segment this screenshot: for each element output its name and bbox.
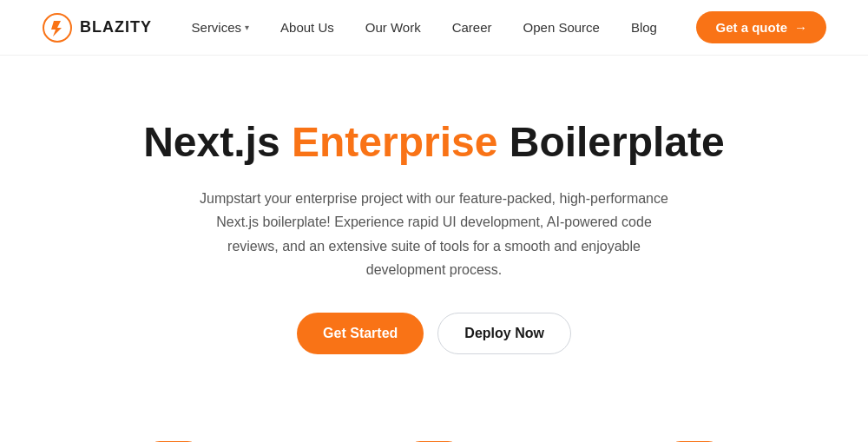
hero-title: Next.js Enterprise Boilerplate [122, 118, 746, 166]
features-section: N Next.js Fast by default, with config o… [0, 406, 868, 442]
hero-section: Next.js Enterprise Boilerplate Jumpstart… [104, 56, 764, 406]
nav-about-us[interactable]: About Us [280, 20, 334, 35]
get-quote-button[interactable]: Get a quote → [696, 11, 826, 43]
logo[interactable]: BLAZITY [42, 12, 152, 43]
blazity-logo-icon [42, 12, 73, 43]
hero-title-part2: Boilerplate [497, 119, 724, 165]
nav-services[interactable]: Services ▾ [192, 20, 250, 35]
main-nav: Services ▾ About Us Our Work Career Open… [192, 20, 657, 35]
get-started-button[interactable]: Get Started [297, 313, 424, 354]
nav-our-work[interactable]: Our Work [365, 20, 421, 35]
hero-buttons: Get Started Deploy Now [122, 313, 746, 354]
hero-title-part1: Next.js [143, 119, 292, 165]
services-chevron-icon: ▾ [245, 23, 249, 32]
arrow-icon: → [794, 20, 807, 35]
hero-title-accent: Enterprise [292, 119, 497, 165]
logo-text: BLAZITY [80, 18, 152, 36]
header: BLAZITY Services ▾ About Us Our Work Car… [0, 0, 868, 56]
nav-blog[interactable]: Blog [631, 20, 657, 35]
deploy-now-button[interactable]: Deploy Now [437, 313, 571, 354]
hero-description: Jumpstart your enterprise project with o… [191, 187, 677, 281]
nav-career[interactable]: Career [452, 20, 492, 35]
nav-open-source[interactable]: Open Source [523, 20, 600, 35]
